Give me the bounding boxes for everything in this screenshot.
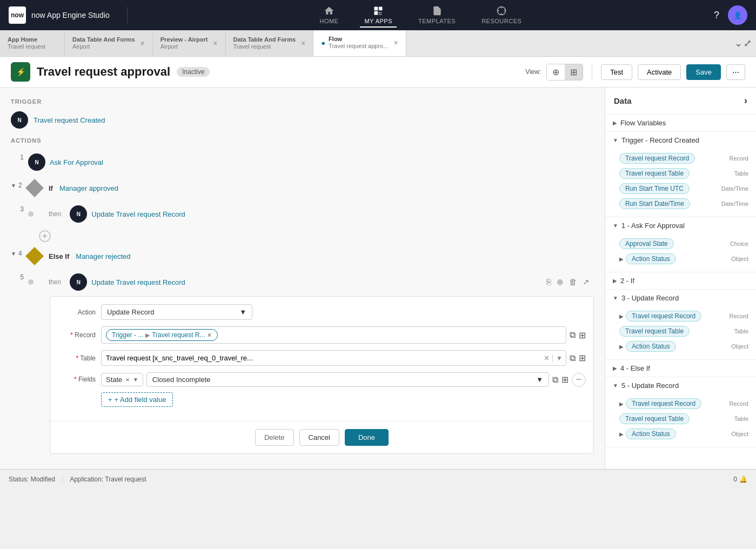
action-2-condition[interactable]: Manager approved bbox=[59, 184, 118, 192]
action-5-label[interactable]: Update Travel request Record bbox=[91, 278, 185, 286]
test-button[interactable]: Test bbox=[601, 64, 632, 80]
tab-data-table2-close[interactable]: × bbox=[301, 39, 305, 48]
panel-section-if-header[interactable]: ▶ 2 - If bbox=[605, 272, 756, 289]
activate-button[interactable]: Activate bbox=[638, 64, 681, 80]
tab-data-table[interactable]: Data Table And Forms Airport × bbox=[65, 31, 153, 56]
field-link-icon[interactable]: ⧉ bbox=[552, 375, 558, 385]
update-3-toggle: ▼ bbox=[613, 295, 618, 301]
chip-travel-table-5[interactable]: Travel request Table bbox=[619, 413, 690, 424]
fields-label: Fields bbox=[58, 372, 96, 383]
copy-icon[interactable]: ⎘ bbox=[546, 277, 551, 287]
add-action-circle[interactable]: + bbox=[39, 230, 51, 242]
table-input-field[interactable] bbox=[102, 351, 541, 365]
chip-travel-request-table[interactable]: Travel request Table bbox=[619, 168, 690, 179]
table-dropdown-arrow[interactable]: ▼ bbox=[552, 354, 566, 362]
expand-arrow-icon-5b[interactable]: ▶ bbox=[619, 431, 624, 437]
state-label: State bbox=[106, 376, 122, 384]
tab-preview-close[interactable]: × bbox=[213, 39, 217, 48]
save-button[interactable]: Save bbox=[686, 64, 721, 80]
chip-approval-state[interactable]: Approval State bbox=[619, 238, 674, 249]
app-name: now App Engine Studio bbox=[31, 11, 110, 19]
chip-action-status-1[interactable]: Action Status bbox=[626, 253, 676, 264]
tab-flow[interactable]: ● Flow Travel request appro... × bbox=[313, 30, 406, 56]
record-input[interactable]: Trigger - ... ▶ Travel request R... × bbox=[101, 326, 566, 344]
nav-home[interactable]: HOME bbox=[315, 3, 343, 28]
connector-dot-3 bbox=[28, 211, 34, 217]
state-clear-btn[interactable]: × bbox=[125, 376, 130, 384]
expand-arrow-icon-3[interactable]: ▶ bbox=[619, 313, 624, 319]
update-5-toggle: ▼ bbox=[613, 383, 618, 389]
info-icon[interactable]: ⊕ bbox=[557, 277, 564, 287]
tab-app-home[interactable]: App Home Travel request bbox=[0, 31, 65, 56]
record-data-icon[interactable]: ⊞ bbox=[579, 330, 586, 340]
chip-travel-request-record[interactable]: Travel request Record bbox=[619, 153, 695, 164]
chip-travel-record-3[interactable]: Travel request Record bbox=[626, 311, 701, 322]
done-button[interactable]: Done bbox=[345, 429, 389, 446]
nav-my-apps[interactable]: MY APPS bbox=[360, 3, 397, 28]
action-1-label[interactable]: Ask For Approval bbox=[50, 158, 103, 166]
type-table-3: Table bbox=[734, 328, 748, 334]
tab-data-table2[interactable]: Data Table And Forms Travel request × bbox=[226, 31, 314, 56]
chip-action-status-3[interactable]: Action Status bbox=[626, 341, 676, 352]
tabs-expand-btn[interactable]: ⤢ bbox=[744, 37, 752, 49]
action-5-content: then N Update Travel request Record ⎘ ⊕ … bbox=[28, 270, 594, 454]
nav-resources[interactable]: RESOURCES bbox=[477, 3, 526, 28]
tabs-overflow-btn[interactable]: ⌄ bbox=[734, 37, 742, 49]
action-2-content: If Manager approved bbox=[28, 178, 594, 198]
action-4-condition[interactable]: Manager rejected bbox=[76, 252, 130, 260]
record-pill-remove[interactable]: × bbox=[208, 331, 212, 339]
nav-templates[interactable]: TEMPLATES bbox=[414, 3, 460, 28]
more-options-button[interactable]: ⋯ bbox=[726, 64, 745, 80]
panel-section-ask-approval-header[interactable]: ▼ 1 - Ask For Approval bbox=[605, 217, 756, 234]
panel-section-flow-vars-header[interactable]: ▶ Flow Variables bbox=[605, 115, 756, 131]
view-grid-btn[interactable]: ⊞ bbox=[565, 64, 583, 80]
external-link-icon[interactable]: ↗ bbox=[583, 277, 590, 287]
help-icon[interactable]: ? bbox=[714, 10, 719, 21]
form-actions: Delete Cancel Done bbox=[50, 421, 593, 453]
expand-arrow-icon[interactable]: ▶ bbox=[619, 256, 624, 262]
table-clear-btn[interactable]: × bbox=[541, 353, 552, 363]
cancel-button[interactable]: Cancel bbox=[299, 429, 339, 446]
chip-travel-record-5[interactable]: Travel request Record bbox=[626, 398, 701, 409]
delete-icon[interactable]: 🗑 bbox=[569, 277, 577, 287]
chip-action-status-5[interactable]: Action Status bbox=[626, 429, 676, 439]
state-dropdown-arrow[interactable]: ▼ bbox=[133, 377, 138, 383]
action-row-1: 1 N Ask For Approval bbox=[11, 150, 594, 174]
state-select[interactable]: State × ▼ bbox=[101, 373, 143, 386]
remove-field-btn[interactable]: − bbox=[572, 373, 586, 387]
record-link-icon[interactable]: ⧉ bbox=[570, 330, 576, 340]
panel-section-else-if-header[interactable]: ▶ 4 - Else If bbox=[605, 360, 756, 377]
action-3-label[interactable]: Update Travel request Record bbox=[91, 210, 185, 218]
field-value-select[interactable]: Closed Incomplete ▼ bbox=[146, 372, 549, 387]
tab-flow-sub: Travel request appro... bbox=[329, 43, 388, 50]
expand-arrow-icon-3b[interactable]: ▶ bbox=[619, 344, 624, 350]
action-select[interactable]: Update Record ▼ bbox=[101, 304, 252, 320]
field-data-icon[interactable]: ⊞ bbox=[561, 374, 568, 385]
table-link-icon[interactable]: ⧉ bbox=[570, 353, 576, 363]
panel-section-update-3-header[interactable]: ▼ 3 - Update Record bbox=[605, 290, 756, 306]
view-tree-btn[interactable]: ⊕ bbox=[547, 64, 565, 80]
chip-travel-table-3[interactable]: Travel request Table bbox=[619, 326, 690, 337]
user-avatar[interactable]: 👤 bbox=[728, 5, 747, 25]
then-label-3: then bbox=[49, 210, 61, 218]
fields-container: State × ▼ Closed Incomplete ▼ bbox=[101, 372, 586, 407]
actions-label: ACTIONS bbox=[11, 137, 594, 144]
chip-run-start-utc[interactable]: Run Start Time UTC bbox=[619, 183, 690, 194]
expand-arrow-icon-5[interactable]: ▶ bbox=[619, 401, 624, 407]
flow-header: ⚡ Travel request approval Inactive View:… bbox=[0, 57, 756, 88]
tab-data-table-close[interactable]: × bbox=[141, 39, 145, 48]
add-field-button[interactable]: + + Add field value bbox=[101, 392, 173, 407]
notification-count: 0 bbox=[733, 476, 737, 483]
delete-button[interactable]: Delete bbox=[255, 429, 294, 446]
panel-section-update-5-header[interactable]: ▼ 5 - Update Record bbox=[605, 377, 756, 394]
table-input[interactable]: × ▼ bbox=[101, 350, 566, 366]
tab-flow-close[interactable]: × bbox=[393, 38, 398, 47]
trigger-link[interactable]: Travel request Created bbox=[34, 116, 105, 124]
panel-section-trigger-header[interactable]: ▼ Trigger - Record Created bbox=[605, 132, 756, 149]
panel-expand-icon[interactable]: › bbox=[744, 95, 747, 106]
table-data-icon[interactable]: ⊞ bbox=[579, 353, 586, 363]
tab-preview[interactable]: Preview - Airport Airport × bbox=[153, 31, 226, 56]
view-label: View: bbox=[525, 68, 541, 76]
chip-run-start-datetime[interactable]: Run Start Date/Time bbox=[619, 198, 690, 209]
ask-approval-label: 1 - Ask For Approval bbox=[621, 222, 685, 230]
